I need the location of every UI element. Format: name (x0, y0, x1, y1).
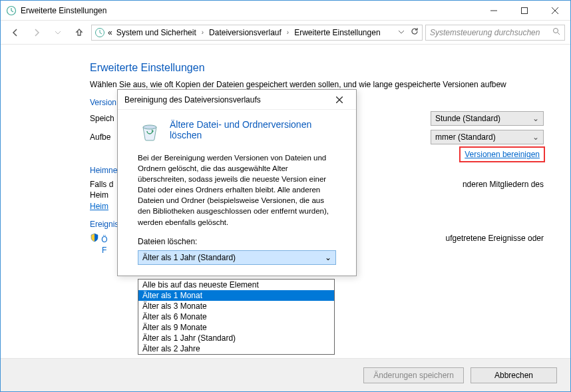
explorer-window: Erweiterte Einstellungen « System und Si… (0, 0, 571, 392)
footer-bar: Änderungen speichern Abbrechen (1, 358, 570, 391)
window-title: Erweiterte Einstellungen (21, 6, 478, 15)
chevron-down-icon: ⌄ (325, 253, 331, 262)
dialog-description: Bei der Bereinigung werden Versionen von… (138, 152, 336, 228)
search-icon (552, 27, 560, 37)
select-value: Älter als 1 Jahr (Standard) (142, 253, 236, 262)
titlebar: Erweiterte Einstellungen (1, 1, 570, 21)
address-bar[interactable]: « System und Sicherheit › Dateiversionsv… (91, 25, 423, 41)
cleanup-dialog: Bereinigung des Dateiversionsverlaufs Äl… (117, 89, 357, 276)
cancel-button[interactable]: Abbrechen (471, 367, 557, 383)
chevron-right-icon: › (284, 29, 291, 36)
age-select[interactable]: Älter als 1 Jahr (Standard) ⌄ (138, 250, 336, 265)
minimize-button[interactable] (478, 1, 509, 20)
dropdown-option[interactable]: Älter als 3 Monate (138, 301, 334, 311)
dialog-title: Bereinigung des Dateiversionsverlaufs (124, 95, 329, 104)
maximize-button[interactable] (509, 1, 540, 20)
clock-icon (95, 27, 105, 38)
page-description: Wählen Sie aus, wie oft Kopien der Datei… (90, 79, 544, 90)
window-buttons (478, 1, 570, 20)
save-button[interactable]: Änderungen speichern (363, 367, 464, 383)
recent-dropdown[interactable] (49, 23, 67, 42)
clean-versions-link[interactable]: Versionen bereinigen (461, 148, 544, 161)
svg-point-6 (554, 29, 558, 33)
dropdown-option[interactable]: Alle bis auf das neueste Element (138, 280, 334, 290)
svg-line-7 (558, 33, 560, 35)
up-button[interactable] (70, 23, 89, 42)
dropdown-option[interactable]: Älter als 1 Jahr (Standard) (138, 333, 334, 343)
homegroup-link[interactable]: Heim (90, 202, 108, 211)
dropdown-option[interactable]: Älter als 9 Monate (138, 322, 334, 333)
clock-icon (6, 5, 17, 16)
dialog-body: Ältere Datei- und Ordnerversionen lösche… (118, 110, 356, 276)
chevron-right-icon: › (199, 29, 206, 36)
select-label: Dateien löschen: (138, 237, 336, 246)
save-copies-combo[interactable]: Stunde (Standard) ⌄ (431, 111, 544, 126)
breadcrumb-item[interactable]: Dateiversionsverlauf (208, 28, 283, 37)
combo-value: mmer (Standard) (435, 132, 496, 142)
breadcrumb-prefix[interactable]: « (106, 28, 114, 37)
dropdown-option[interactable]: Älter als 1 Monat (138, 290, 334, 301)
search-input[interactable]: Systemsteuerung durchsuchen (425, 25, 565, 41)
dialog-close-button[interactable] (329, 90, 349, 110)
back-button[interactable] (6, 23, 25, 42)
chevron-down-icon: ⌄ (532, 132, 539, 142)
search-placeholder: Systemsteuerung durchsuchen (430, 28, 552, 37)
age-dropdown-list[interactable]: Alle bis auf das neueste ElementÄlter al… (138, 279, 335, 355)
combo-value: Stunde (Standard) (435, 114, 500, 123)
dropdown-option[interactable]: Älter als 2 Jahre (138, 343, 334, 354)
dialog-heading: Ältere Datei- und Ordnerversionen lösche… (170, 119, 336, 140)
svg-point-10 (143, 125, 156, 129)
svg-rect-2 (522, 7, 528, 13)
breadcrumb-item[interactable]: Erweiterte Einstellungen (293, 28, 381, 37)
events-link[interactable]: Ö (101, 234, 107, 245)
forward-button[interactable] (27, 23, 46, 42)
dialog-titlebar: Bereinigung des Dateiversionsverlaufs (118, 90, 356, 110)
navbar: « System und Sicherheit › Dateiversionsv… (1, 21, 570, 45)
close-button[interactable] (540, 1, 570, 20)
page-title: Erweiterte Einstellungen (90, 62, 544, 74)
chevron-down-icon: ⌄ (532, 114, 539, 123)
dropdown-option[interactable]: Älter als 6 Monate (138, 311, 334, 322)
shield-icon (90, 233, 99, 242)
breadcrumb-item[interactable]: System und Sicherheit (115, 28, 198, 37)
chevron-down-icon[interactable] (398, 28, 405, 37)
recycle-bin-icon (138, 119, 162, 143)
refresh-icon[interactable] (410, 27, 419, 38)
keep-versions-combo[interactable]: mmer (Standard) ⌄ (431, 130, 544, 144)
